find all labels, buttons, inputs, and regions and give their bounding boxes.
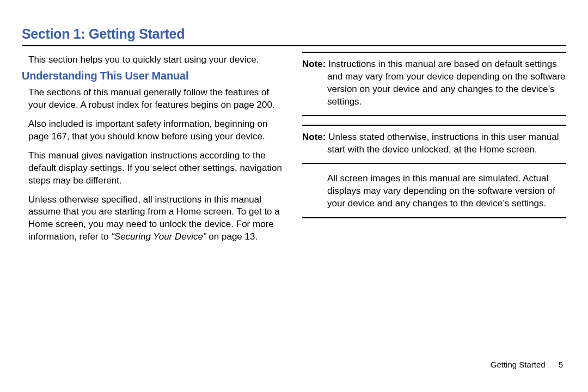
intro-text: This section helps you to quickly start … bbox=[22, 54, 286, 66]
after-note-text: All screen images in this manual are sim… bbox=[302, 173, 566, 210]
left-para-2: Also included is important safety inform… bbox=[22, 118, 286, 143]
left-para-4b: on page 13. bbox=[209, 231, 258, 242]
subheading: Understanding This User Manual bbox=[22, 70, 286, 82]
bottom-rule bbox=[302, 217, 566, 218]
note-1-text: Note: Instructions in this manual are ba… bbox=[302, 58, 566, 108]
content-columns: This section helps you to quickly start … bbox=[22, 52, 566, 250]
section-title: Section 1: Getting Started bbox=[22, 26, 566, 42]
left-para-1: The sections of this manual generally fo… bbox=[22, 87, 286, 112]
cross-reference: “Securing Your Device” bbox=[111, 231, 209, 242]
note-1-label: Note: bbox=[302, 59, 326, 69]
note-2-body: Unless stated otherwise, instructions in… bbox=[326, 132, 559, 155]
left-para-3: This manual gives navigation instruction… bbox=[22, 150, 286, 187]
page-footer: Getting Started5 bbox=[491, 360, 563, 369]
note-box-2: Note: Unless stated otherwise, instructi… bbox=[302, 125, 566, 164]
footer-page-number: 5 bbox=[559, 360, 563, 369]
footer-label: Getting Started bbox=[491, 360, 546, 369]
right-column: Note: Instructions in this manual are ba… bbox=[302, 52, 566, 250]
left-column: This section helps you to quickly start … bbox=[22, 52, 286, 250]
left-para-4: Unless otherwise specified, all instruct… bbox=[22, 194, 286, 244]
title-rule bbox=[22, 45, 566, 46]
note-box-1: Note: Instructions in this manual are ba… bbox=[302, 52, 566, 116]
note-1-body: Instructions in this manual are based on… bbox=[326, 59, 565, 107]
note-2-label: Note: bbox=[302, 132, 326, 142]
note-2-text: Note: Unless stated otherwise, instructi… bbox=[302, 131, 566, 156]
